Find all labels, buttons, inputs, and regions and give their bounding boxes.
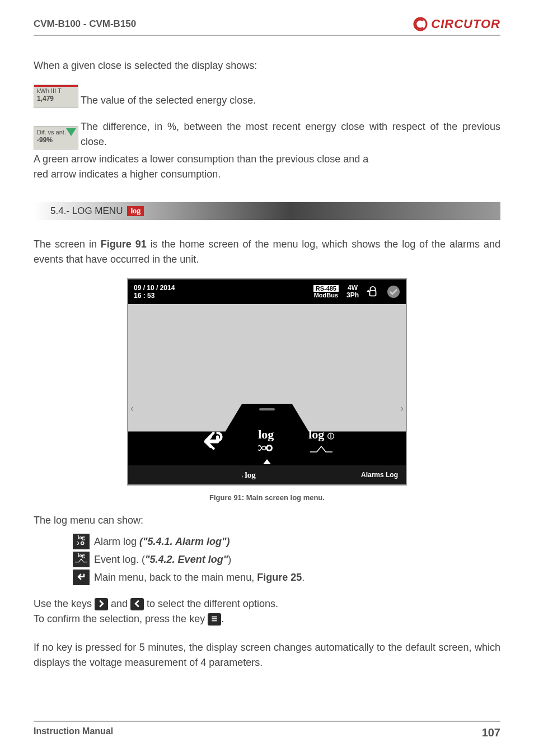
footer-right-label: Alarms Log bbox=[361, 471, 398, 479]
check-circle-icon bbox=[387, 285, 400, 298]
keys-line: Use the keys and to select the different… bbox=[34, 596, 500, 612]
section-title: 5.4.- LOG MENU bbox=[50, 206, 123, 217]
arrow-note-2: red arrow indicates a higher consumption… bbox=[34, 167, 500, 182]
right-key-icon[interactable] bbox=[95, 598, 108, 610]
left-key-icon[interactable] bbox=[130, 598, 144, 610]
confirm-line: To confirm the selection, press the key … bbox=[34, 612, 500, 627]
lcd-diff-value: Dif. vs ant. -99% bbox=[34, 126, 78, 150]
svg-point-7 bbox=[82, 542, 83, 544]
alarm-log-ref: ("5.4.1. Alarm log") bbox=[139, 536, 229, 547]
page-number: 107 bbox=[482, 726, 500, 739]
svg-point-5 bbox=[268, 446, 271, 450]
device-time: 16 : 53 bbox=[134, 292, 175, 300]
can-show-text: The log menu can show: bbox=[34, 513, 500, 528]
alarm-log-button[interactable]: log bbox=[257, 427, 275, 456]
event-log-ref: "5.4.2. Event log" bbox=[145, 554, 228, 565]
event-log-icon: log bbox=[73, 552, 90, 567]
comm-badge: RS-485 ModBus bbox=[313, 285, 339, 298]
drag-handle-icon[interactable] bbox=[259, 408, 275, 410]
section-header: 5.4.- LOG MENU log bbox=[34, 202, 500, 220]
svg-marker-2 bbox=[367, 290, 370, 292]
wiring-mode: 4W 3Ph bbox=[346, 284, 359, 299]
up-arrow-icon[interactable] bbox=[263, 459, 271, 464]
footer-left: Instruction Manual bbox=[34, 726, 113, 739]
down-arrow-icon bbox=[66, 128, 76, 136]
svg-rect-1 bbox=[370, 291, 376, 296]
figure-ref: Figure 91 bbox=[101, 239, 147, 250]
event-log-button[interactable]: log ⓘ bbox=[308, 427, 334, 456]
back-button[interactable] bbox=[200, 429, 223, 455]
lcd1-desc: The value of the selected energy close. bbox=[81, 93, 256, 108]
alarm-log-icon: log bbox=[73, 534, 90, 549]
section-badge: log bbox=[127, 206, 144, 216]
device-footer-bar: › log Alarms Log bbox=[128, 465, 406, 484]
lcd2-desc: The difference, in %, between the most r… bbox=[81, 119, 500, 150]
device-date: 09 / 10 / 2014 bbox=[134, 284, 175, 292]
device-screenshot: 09 / 10 / 2014 16 : 53 RS-485 ModBus 4W … bbox=[127, 278, 407, 486]
brand-logo: CIRCUTOR bbox=[413, 17, 500, 31]
figure-caption: Figure 91: Main screen log menu. bbox=[209, 493, 325, 502]
brand-name: CIRCUTOR bbox=[431, 17, 500, 31]
intro-text: When a given close is selected the displ… bbox=[34, 58, 500, 73]
doc-title: CVM-B100 - CVM-B150 bbox=[34, 18, 136, 30]
lock-icon bbox=[367, 286, 379, 298]
main-menu-icon bbox=[73, 570, 90, 585]
main-menu-ref: Figure 25 bbox=[257, 572, 302, 583]
footer-center-label: log bbox=[245, 470, 256, 479]
lcd-energy-value: kWh III T 1,479 bbox=[34, 85, 78, 108]
section-intro: The screen in Figure 91 is the home scre… bbox=[34, 237, 500, 267]
device-header: 09 / 10 / 2014 16 : 53 RS-485 ModBus 4W … bbox=[128, 279, 406, 304]
arrow-note-1: A green arrow indicates a lower consumpt… bbox=[34, 152, 500, 167]
menu-key-icon[interactable] bbox=[208, 613, 221, 626]
page-header: CVM-B100 - CVM-B150 CIRCUTOR bbox=[34, 17, 500, 36]
page-footer: Instruction Manual 107 bbox=[34, 721, 500, 739]
timeout-text: If no key is pressed for 5 minutes, the … bbox=[34, 640, 500, 670]
logo-icon bbox=[413, 17, 428, 31]
